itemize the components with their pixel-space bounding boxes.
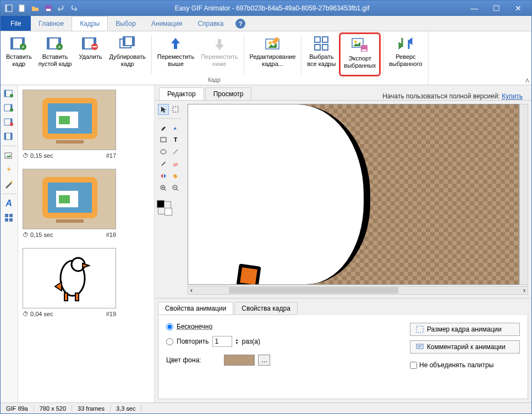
- ribbon-tabs: File Главное Кадры Выбор Анимация Справк…: [1, 16, 531, 31]
- merge-palettes-checkbox[interactable]: [410, 362, 417, 369]
- open-icon[interactable]: [29, 2, 41, 14]
- frame-index: #17: [106, 152, 116, 159]
- ribbon-collapse-icon[interactable]: ᐱ: [525, 78, 529, 84]
- svg-rect-49: [9, 214, 13, 217]
- horizontal-scrollbar[interactable]: ‹›: [188, 286, 528, 295]
- color-swatch[interactable]: [158, 201, 171, 214]
- svg-rect-56: [59, 116, 70, 124]
- sparkle-icon[interactable]: [2, 164, 16, 176]
- canvas[interactable]: [188, 104, 519, 285]
- properties-tabs: Свойства анимации Свойства кадра: [158, 302, 528, 315]
- text-tool-icon[interactable]: T: [170, 134, 181, 145]
- svg-rect-23: [132, 37, 134, 46]
- svg-point-42: [10, 123, 13, 126]
- svg-rect-63: [56, 219, 84, 223]
- frame-item[interactable]: ⏱ 0,04 sec #19: [23, 248, 150, 317]
- add-frames-icon[interactable]: [2, 102, 16, 114]
- grid-view-icon[interactable]: [2, 212, 16, 224]
- repeat-suffix: раз(а): [242, 338, 260, 345]
- fg-color-icon[interactable]: [157, 200, 164, 208]
- undo-icon[interactable]: [56, 2, 68, 14]
- remove-frames-icon[interactable]: [2, 116, 16, 128]
- frame-thumbnail[interactable]: [23, 248, 116, 308]
- minimize-button[interactable]: —: [463, 1, 485, 16]
- wizard-icon[interactable]: [2, 87, 16, 100]
- bg-color-more-button[interactable]: …: [258, 355, 270, 366]
- brush-tool-icon[interactable]: [170, 122, 181, 133]
- eraser-tool-icon[interactable]: [170, 158, 181, 169]
- file-tab[interactable]: File: [1, 16, 31, 31]
- redo-icon[interactable]: [69, 2, 81, 14]
- magic-wand-icon[interactable]: [2, 178, 16, 190]
- text-a-icon[interactable]: A: [2, 197, 16, 209]
- close-button[interactable]: ✕: [507, 1, 529, 16]
- new-icon[interactable]: [16, 2, 28, 14]
- reverse-button[interactable]: Реверс выбранного: [386, 32, 425, 76]
- edit-frame-button[interactable]: Редактирование кадра...: [246, 32, 299, 76]
- export-selected-button[interactable]: Экспорт выбранных: [339, 32, 381, 76]
- svg-rect-16: [83, 38, 85, 49]
- bg-color-swatch[interactable]: [224, 355, 255, 366]
- bg-color-icon[interactable]: [164, 208, 172, 216]
- frame-thumbnail[interactable]: [23, 169, 116, 229]
- ribbon-group-label: Кадр: [3, 76, 426, 84]
- frame-thumbnail[interactable]: [23, 90, 116, 150]
- image-effect-icon[interactable]: [2, 150, 16, 162]
- insert-empty-frame-button[interactable]: + Вставить пустой кадр: [35, 32, 75, 76]
- bg-color-label: Цвет фона:: [166, 356, 201, 364]
- frame-item[interactable]: ⏱ 0,15 sec #18: [23, 169, 150, 238]
- infinite-radio[interactable]: [166, 323, 173, 330]
- editor-tab-editor[interactable]: Редактор: [159, 87, 204, 100]
- tab-animation[interactable]: Анимация: [144, 16, 190, 31]
- zoom-in-icon[interactable]: [158, 183, 169, 194]
- pointer-tool-icon[interactable]: [158, 104, 169, 115]
- frames-panel[interactable]: ⏱ 0,15 sec #17 ⏱ 0,15 sec #18 ⏱ 0,04 sec…: [18, 85, 155, 402]
- titlebar: Easy GIF Animator - 697b023b-64a5-49a0-8…: [1, 1, 531, 16]
- delete-frame-button[interactable]: Удалить: [75, 32, 106, 76]
- props-tab-frame[interactable]: Свойства кадра: [234, 302, 298, 315]
- tab-help[interactable]: Справка: [190, 16, 231, 31]
- svg-rect-2: [19, 5, 24, 12]
- ellipse-tool-icon[interactable]: [158, 146, 169, 157]
- duplicate-frame-button[interactable]: Дублировать кадр: [106, 32, 149, 76]
- marquee-tool-icon[interactable]: [170, 104, 181, 115]
- frame-meta: ⏱ 0,04 sec #19: [23, 311, 116, 317]
- resize-animation-button[interactable]: Размер кадра анимации: [410, 323, 520, 336]
- tab-frames[interactable]: Кадры: [72, 16, 108, 31]
- repeat-radio[interactable]: [166, 338, 173, 345]
- vertical-scrollbar[interactable]: [519, 104, 528, 285]
- buy-link[interactable]: Купить: [502, 92, 523, 100]
- insert-frame-button[interactable]: + Вставить кадр: [3, 32, 35, 76]
- pencil-tool-icon[interactable]: [158, 122, 169, 133]
- svg-line-79: [177, 189, 178, 191]
- frame-item[interactable]: [23, 327, 150, 338]
- frame-item[interactable]: ⏱ 0,15 sec #17: [23, 90, 150, 159]
- svg-point-39: [10, 108, 13, 112]
- save-icon[interactable]: [42, 2, 54, 14]
- editor-tab-preview[interactable]: Просмотр: [205, 87, 252, 100]
- tab-selection[interactable]: Выбор: [108, 16, 144, 31]
- rect-tool-icon[interactable]: [158, 134, 169, 145]
- properties-panel: Свойства анимации Свойства кадра Бесконе…: [155, 298, 531, 402]
- flip-h-tool-icon[interactable]: [158, 170, 169, 181]
- eyedropper-tool-icon[interactable]: [158, 158, 169, 169]
- svg-rect-70: [161, 137, 166, 142]
- frames-grid-icon[interactable]: [2, 130, 16, 142]
- maximize-button[interactable]: ☐: [485, 1, 507, 16]
- comment-animation-button[interactable]: Комментарий к анимации: [410, 340, 520, 354]
- repeat-spinner[interactable]: 1: [212, 336, 232, 347]
- ribbon: + Вставить кадр + Вставить пустой кадр У…: [1, 31, 531, 85]
- zoom-out-icon[interactable]: [170, 183, 181, 194]
- tab-main[interactable]: Главное: [31, 16, 72, 31]
- props-tab-animation[interactable]: Свойства анимации: [158, 302, 233, 315]
- move-up-button[interactable]: Переместить выше: [154, 32, 198, 76]
- svg-rect-6: [11, 38, 13, 49]
- frame-index: #18: [106, 231, 116, 238]
- merge-palettes-row: Не объединять палитры: [410, 361, 520, 369]
- select-all-button[interactable]: Выбрать все кадры: [304, 32, 339, 76]
- help-icon[interactable]: ?: [235, 19, 245, 29]
- app-icon[interactable]: [3, 2, 15, 14]
- svg-rect-50: [5, 218, 8, 222]
- fill-tool-icon[interactable]: [170, 170, 181, 181]
- line-tool-icon[interactable]: [170, 146, 181, 157]
